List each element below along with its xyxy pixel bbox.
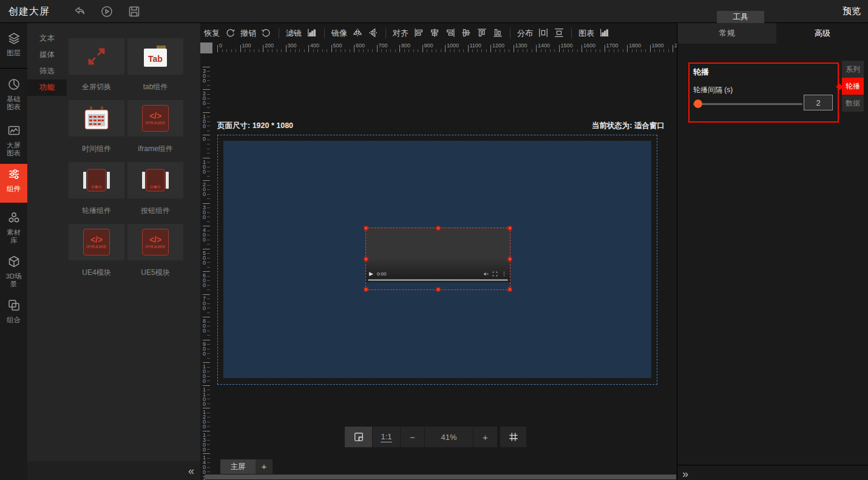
component-card-label: tab组件 (127, 82, 183, 92)
divider (510, 29, 510, 38)
component-card-carousel[interactable]: 轮播组件 (69, 162, 124, 216)
mirror-label[interactable]: 镜像 (331, 28, 347, 39)
save-icon[interactable] (127, 5, 141, 18)
component-card-label: iframe组件 (127, 144, 183, 154)
fit-to-window-button[interactable] (345, 427, 373, 447)
add-screen-button[interactable]: + (256, 459, 273, 474)
sidebar-item-label: 素材库 (5, 229, 23, 245)
category-list: 文本 媒体 筛选 功能 (27, 23, 67, 480)
selection-handle[interactable] (364, 288, 368, 292)
grid-toggle-button[interactable] (500, 427, 527, 447)
collapse-left-panel-button[interactable]: « (188, 465, 194, 476)
undo-icon[interactable] (261, 27, 272, 40)
filter-label[interactable]: 滤镜 (286, 28, 302, 39)
sidebar-item-label: 图层 (7, 49, 21, 57)
component-card-ue4[interactable]: </>IFRAME UE4模块 (69, 224, 124, 278)
align-bottom-icon[interactable] (492, 27, 503, 40)
component-card-iframe[interactable]: </>IFRAME iframe组件 (127, 100, 183, 154)
component-card-ue5[interactable]: </>IFRAME UE5模块 (127, 224, 183, 278)
flip-vertical-icon[interactable] (368, 27, 379, 40)
align-center-vertical-icon[interactable] (461, 27, 472, 40)
zoom-in-button[interactable]: + (473, 427, 498, 447)
interval-slider-thumb[interactable] (694, 100, 702, 108)
horizontal-scrollbar[interactable] (205, 475, 676, 479)
pie-chart-icon (7, 78, 21, 93)
sidebar-item-3d-scene[interactable]: 3D场景 (0, 251, 27, 288)
category-text[interactable]: 文本 (27, 30, 67, 47)
restore-label[interactable]: 恢复 (204, 28, 220, 39)
category-media[interactable]: 媒体 (27, 47, 67, 63)
component-card-button[interactable]: 按钮组件 (127, 162, 183, 216)
component-card-fullscreen[interactable]: 全屏切换 (69, 38, 124, 92)
distribute-vertical-icon[interactable] (554, 27, 565, 40)
combine-icon (7, 299, 21, 314)
undo-label[interactable]: 撤销 (240, 28, 256, 39)
zoom-out-button[interactable]: − (401, 427, 425, 447)
selection-handle[interactable] (436, 288, 440, 292)
selection-box[interactable] (365, 228, 510, 290)
fullscreen-icon (69, 38, 124, 75)
sidebar-item-components[interactable]: 组件 (0, 164, 27, 203)
component-card-label: 轮播组件 (69, 206, 124, 216)
divider (324, 29, 325, 38)
align-right-icon[interactable] (445, 27, 456, 40)
tab-tools[interactable]: 工具 (717, 11, 764, 23)
sidebar-item-combine[interactable]: 组合 (0, 295, 27, 324)
back-icon[interactable] (73, 5, 86, 18)
sidebar-item-layers[interactable]: 图层 (0, 28, 27, 57)
material-icon (7, 211, 21, 226)
expand-right-panel-button[interactable]: » (682, 468, 688, 480)
screen-tab-main[interactable]: 主屏 (220, 459, 256, 474)
horizontal-ruler: 0100200300400500600700800900100011001200… (212, 42, 677, 53)
tab-regular[interactable]: 常规 (677, 23, 776, 44)
align-label[interactable]: 对齐 (393, 28, 409, 39)
interval-slider[interactable] (693, 103, 802, 105)
selection-handle[interactable] (364, 226, 368, 231)
interval-input[interactable] (804, 95, 833, 110)
align-center-horizontal-icon[interactable] (429, 27, 440, 40)
selection-handle[interactable] (436, 226, 440, 231)
divider (279, 29, 279, 38)
side-tab-carousel[interactable]: 轮播 (842, 78, 864, 95)
canvas-status-label: 当前状态为: 适合窗口 (543, 121, 665, 131)
sidebar-item-label: 基础图表 (5, 95, 23, 111)
preview-button[interactable]: 预览 (843, 5, 861, 17)
sidebar-item-label: 大屏图表 (5, 141, 23, 157)
redo-icon[interactable] (225, 27, 236, 40)
sidebar-item-label: 3D场景 (5, 272, 23, 288)
distribute-horizontal-icon[interactable] (538, 27, 549, 40)
sidebar-item-materials[interactable]: 素材库 (0, 208, 27, 245)
align-left-icon[interactable] (413, 27, 424, 40)
divider (385, 29, 386, 38)
selection-handle[interactable] (508, 257, 512, 261)
divider (677, 465, 868, 465)
component-card-time[interactable]: 时间组件 (69, 100, 124, 154)
selection-handle[interactable] (508, 226, 512, 231)
sidebar-item-basic-charts[interactable]: 基础图表 (0, 74, 27, 111)
sidebar-item-screen-charts[interactable]: 大屏图表 (0, 120, 27, 157)
side-tab-series[interactable]: 系列 (842, 61, 864, 78)
left-sidebar: 图层 基础图表 大屏图表 组件 素材库 3D场景 组合 (0, 23, 27, 480)
iframe-icon: </>IFRAME (127, 100, 183, 137)
category-filter[interactable]: 筛选 (27, 63, 67, 79)
component-card-tab[interactable]: Tab tab组件 (127, 38, 183, 92)
filter-chart-icon[interactable] (307, 27, 317, 40)
page-title: 创建大屏 (8, 5, 50, 18)
flip-horizontal-icon[interactable] (352, 27, 363, 40)
side-tab-data[interactable]: 数据 (842, 95, 864, 112)
align-top-icon[interactable] (476, 27, 487, 40)
play-icon[interactable] (100, 5, 114, 18)
one-to-one-button[interactable]: 1:1 (373, 427, 401, 447)
selection-handle[interactable] (364, 257, 368, 261)
calendar-icon (69, 100, 124, 137)
tab-advanced[interactable]: 高级 (776, 23, 868, 44)
distribute-label[interactable]: 分布 (517, 28, 533, 39)
sliders-icon (7, 167, 21, 183)
tab-folder-icon: Tab (127, 38, 183, 75)
category-function[interactable]: 功能 (27, 79, 67, 96)
chart-icon[interactable] (599, 27, 610, 40)
selection-handle[interactable] (508, 288, 512, 292)
ruler-corner (200, 42, 212, 53)
divider (571, 29, 572, 38)
chart-label[interactable]: 图表 (578, 28, 594, 39)
